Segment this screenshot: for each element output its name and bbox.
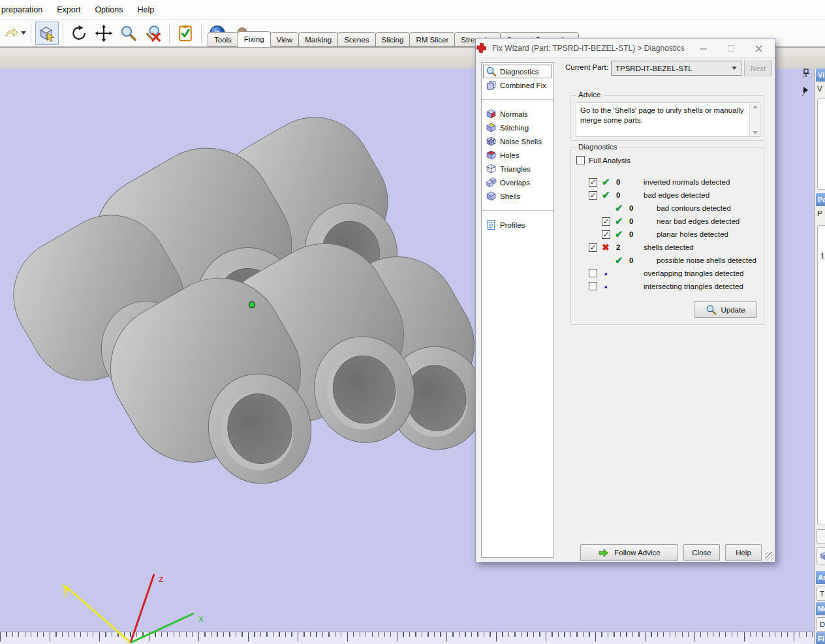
- advice-scrollbar[interactable]: [749, 103, 760, 136]
- panel-header[interactable]: An: [816, 571, 825, 584]
- diagnostics-group-label: Diagnostics: [576, 143, 619, 151]
- select-cube-button[interactable]: [35, 22, 59, 45]
- redo-arrow-button[interactable]: [3, 22, 27, 45]
- collapse-arrow-icon[interactable]: [802, 85, 813, 99]
- checkbox-slot: ✓: [589, 178, 602, 187]
- toolbar-separator: [169, 23, 170, 43]
- panel-button[interactable]: T: [817, 587, 825, 601]
- diagnostic-checkbox[interactable]: [589, 269, 597, 277]
- wizard-page-combined-fix[interactable]: Combined Fix: [483, 78, 552, 92]
- advice-groupbox: Advice Go to the 'Shells' page to unify …: [570, 95, 764, 141]
- combined-fix-icon: [486, 80, 497, 91]
- diagnostic-row: ✔0possible noise shells detected: [602, 254, 761, 267]
- full-analysis-checkbox[interactable]: [576, 156, 585, 164]
- diagnostic-row: ✔0bad contours detected: [602, 202, 761, 215]
- panel-header[interactable]: Fi: [816, 632, 825, 644]
- panel-button[interactable]: [817, 529, 825, 544]
- red-cross-icon: [476, 42, 487, 54]
- selection-marker[interactable]: [249, 302, 255, 308]
- diagnostic-label: intersecting triangles detected: [644, 283, 743, 290]
- tab-rm-slicer[interactable]: RM Slicer: [409, 32, 455, 47]
- orientation-axes: y z x: [61, 573, 204, 643]
- diagnostic-row: ✓✔0inverted normals detected: [589, 176, 761, 189]
- wizard-page-shells[interactable]: Shells: [483, 189, 552, 203]
- panel-button[interactable]: D: [817, 617, 825, 632]
- diagnostic-count: 0: [616, 178, 644, 186]
- wizard-page-label: Normals: [500, 110, 528, 118]
- pan-button[interactable]: [92, 22, 116, 45]
- fix-wizard-dialog: Fix Wizard (Part: TPSRD-IT-BEZEL-STL) > …: [475, 38, 775, 562]
- diagnostic-checkbox[interactable]: ✓: [589, 191, 597, 200]
- checkbox-slot: ✓: [589, 243, 602, 252]
- tab-slicing[interactable]: Slicing: [375, 32, 411, 47]
- wizard-page-stitching[interactable]: Stitching: [483, 121, 552, 134]
- diagnostic-label: overlapping triangles detected: [644, 269, 743, 277]
- update-button[interactable]: Update: [694, 301, 757, 318]
- overlaps-cube-icon: [486, 177, 497, 188]
- panel-header[interactable]: Me: [816, 602, 825, 615]
- toolbar-separator: [31, 23, 31, 43]
- pin-icon[interactable]: [802, 68, 813, 82]
- panel-pin-controls[interactable]: [802, 68, 813, 100]
- diagnostic-checkbox[interactable]: ✓: [602, 230, 610, 239]
- checkbox-slot: [589, 269, 602, 279]
- red-cross-mark-icon: ✖: [602, 242, 616, 253]
- wizard-page-profiles[interactable]: Profiles: [483, 218, 552, 232]
- diagnostic-count: 0: [616, 191, 644, 199]
- next-button[interactable]: Next: [744, 61, 772, 76]
- wizard-page-noise-shells[interactable]: Noise Shells: [483, 134, 552, 148]
- tab-scenes[interactable]: Scenes: [337, 32, 375, 47]
- green-check-icon: ✔: [615, 254, 629, 266]
- diagnostic-checkbox[interactable]: ✓: [589, 178, 597, 187]
- wizard-page-diagnostics[interactable]: Diagnostics: [483, 65, 552, 78]
- panel-button[interactable]: [817, 547, 825, 564]
- dialog-titlebar[interactable]: Fix Wizard (Part: TPSRD-IT-BEZEL-STL) > …: [476, 38, 775, 58]
- current-part-combobox[interactable]: TPSRD-IT-BEZEL-STL: [611, 61, 741, 76]
- zoom-cancel-icon: [144, 24, 163, 42]
- zoom-icon: [119, 24, 138, 42]
- full-analysis-label: Full Analysis: [589, 157, 630, 164]
- panel-header[interactable]: Vi: [816, 69, 825, 82]
- panel-header[interactable]: Pa: [816, 193, 825, 206]
- menu-item-preparation[interactable]: preparation: [0, 0, 50, 19]
- wizard-page-normals[interactable]: Normals: [483, 107, 552, 121]
- triangles-cube-icon: [486, 163, 497, 174]
- panel-label: V: [817, 85, 822, 93]
- minimize-button[interactable]: [690, 38, 717, 58]
- diagnostic-label: possible noise shells detected: [657, 256, 756, 264]
- diagnostic-count: 0: [629, 217, 657, 225]
- diagnostic-checkbox[interactable]: [589, 282, 597, 290]
- tab-fixing[interactable]: Fixing: [238, 31, 271, 47]
- follow-advice-button[interactable]: Follow Advice: [580, 544, 678, 561]
- rotate-button[interactable]: [67, 22, 91, 45]
- wizard-page-overlaps[interactable]: Overlaps: [483, 176, 552, 189]
- dropdown-caret-icon[interactable]: [21, 31, 26, 35]
- scroll-up-icon[interactable]: [753, 105, 758, 108]
- wizard-page-label: Holes: [500, 151, 519, 159]
- wizard-page-label: Shells: [500, 192, 520, 200]
- tab-tools[interactable]: Tools: [208, 32, 238, 47]
- menu-item-help[interactable]: Help: [130, 0, 161, 19]
- help-button[interactable]: Help: [725, 544, 762, 561]
- close-button[interactable]: [745, 38, 772, 58]
- checklist-icon: [176, 24, 195, 42]
- toolbar-separator: [201, 23, 202, 43]
- maximize-button[interactable]: [717, 38, 745, 58]
- menu-item-export[interactable]: Export: [50, 0, 87, 19]
- wizard-page-holes[interactable]: Holes: [483, 148, 552, 162]
- diagnostic-checkbox[interactable]: ✓: [602, 217, 610, 226]
- diagnostic-checkbox[interactable]: ✓: [589, 243, 597, 252]
- zoom-cancel-button[interactable]: [142, 22, 165, 45]
- wizard-page-triangles[interactable]: Triangles: [483, 162, 552, 176]
- checklist-button[interactable]: [174, 22, 197, 45]
- close-dialog-button[interactable]: Close: [683, 544, 720, 561]
- scroll-down-icon[interactable]: [753, 131, 758, 134]
- checkbox-slot: [589, 282, 602, 292]
- wizard-page-label: Combined Fix: [500, 82, 546, 89]
- diagnostic-count: 0: [629, 230, 657, 238]
- resize-grip[interactable]: [765, 552, 773, 560]
- menu-item-options[interactable]: Options: [87, 0, 130, 19]
- zoom-button[interactable]: [117, 22, 140, 45]
- tab-marking[interactable]: Marking: [298, 32, 338, 47]
- tab-view[interactable]: View: [270, 32, 300, 47]
